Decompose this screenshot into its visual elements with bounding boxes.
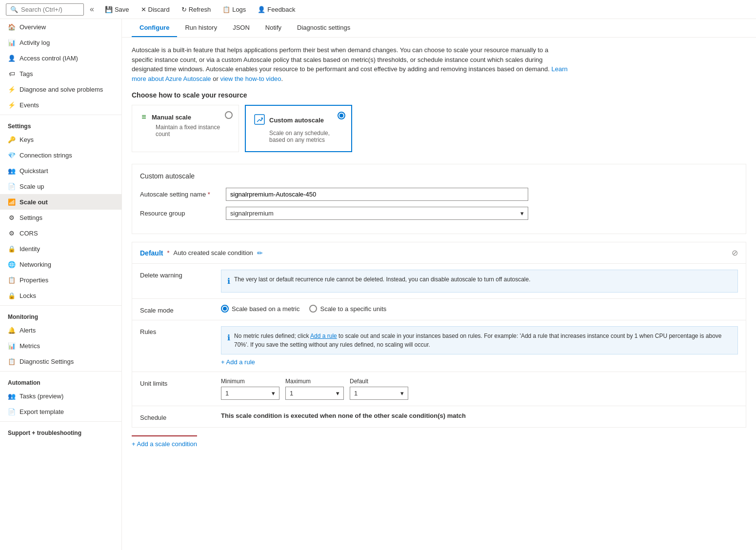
monitoring-section-label: Monitoring: [0, 308, 121, 322]
minimum-group: Minimum 1 ▾: [221, 378, 279, 400]
scale-units-option[interactable]: Scale to a specific units: [309, 305, 386, 313]
cors-icon: ⚙: [8, 229, 16, 237]
custom-scale-title: Custom autoscale: [269, 117, 324, 124]
export-template-icon: 📄: [8, 408, 16, 415]
sidebar-item-settings[interactable]: ⚙ Settings: [0, 210, 121, 225]
custom-scale-icon: [254, 114, 265, 127]
disable-condition-icon[interactable]: ⊘: [732, 248, 738, 257]
sidebar-item-networking[interactable]: 🌐 Networking: [0, 256, 121, 272]
default-group: Default 1 ▾: [350, 378, 408, 400]
maximum-value: 1: [290, 390, 293, 397]
custom-scale-radio[interactable]: [338, 112, 345, 121]
edit-condition-icon[interactable]: ✏: [257, 249, 263, 257]
sidebar-item-metrics[interactable]: 📊 Metrics: [0, 338, 121, 354]
sidebar-item-activity-log[interactable]: 📊 Activity log: [0, 35, 121, 50]
manual-scale-title: Manual scale: [152, 114, 191, 121]
sidebar-item-access-control[interactable]: 👤 Access control (IAM): [0, 50, 121, 66]
collapse-button[interactable]: «: [86, 3, 98, 16]
sidebar-item-scale-out[interactable]: 📶 Scale out: [0, 194, 121, 210]
scale-options: Manual scale Maintain a fixed instance c…: [132, 105, 746, 152]
sidebar-item-tasks[interactable]: 👥 Tasks (preview): [0, 388, 121, 404]
scale-condition-title: Default * Auto created scale condition ✏: [140, 249, 263, 257]
scale-mode-label: Scale mode: [140, 305, 213, 314]
custom-autoscale-card[interactable]: Custom autoscale Scale on any schedule, …: [245, 105, 352, 152]
automation-section-label: Automation: [0, 373, 121, 388]
sidebar-item-properties[interactable]: 📋 Properties: [0, 272, 121, 288]
tab-json[interactable]: JSON: [225, 19, 258, 37]
custom-scale-desc: Scale on any schedule, based on any metr…: [254, 130, 343, 143]
sidebar-item-diagnose[interactable]: ⚡ Diagnose and solve problems: [0, 81, 121, 97]
settings-section-label: Settings: [0, 117, 121, 132]
required-star: *: [167, 249, 169, 256]
how-to-video-link[interactable]: view the how-to video: [220, 75, 281, 82]
manual-scale-radio[interactable]: [225, 111, 233, 120]
sidebar-item-scale-up[interactable]: 📄 Scale up: [0, 178, 121, 194]
add-rule-link[interactable]: + Add a rule: [221, 358, 255, 366]
maximum-label: Maximum: [285, 378, 344, 385]
manual-radio-circle[interactable]: [225, 111, 233, 119]
sidebar-item-diagnostic-settings[interactable]: 📋 Diagnostic Settings: [0, 354, 121, 369]
delete-warning-text: The very last or default recurrence rule…: [234, 275, 530, 287]
svg-line-1: [257, 119, 259, 122]
custom-radio-circle[interactable]: [338, 112, 345, 119]
add-rule-link-inline[interactable]: Add a rule: [310, 333, 337, 339]
add-rule-label: + Add a rule: [221, 358, 255, 366]
minimum-chevron-icon: ▾: [272, 390, 275, 397]
sidebar-item-connection-strings[interactable]: 💎 Connection strings: [0, 147, 121, 163]
custom-scale-header: Custom autoscale: [254, 114, 343, 127]
tab-run-history[interactable]: Run history: [177, 19, 225, 37]
feedback-button[interactable]: 👤 Feedback: [253, 4, 300, 15]
maximum-group: Maximum 1 ▾: [285, 378, 344, 400]
delete-warning-label: Delete warning: [140, 270, 213, 279]
resource-group-select[interactable]: signalrpremium ▾: [226, 207, 528, 220]
sidebar-item-quickstart[interactable]: 👥 Quickstart: [0, 163, 121, 178]
save-icon: 💾: [105, 6, 113, 13]
resource-group-row: Resource group signalrpremium ▾: [140, 207, 738, 220]
tab-notify[interactable]: Notify: [258, 19, 289, 37]
default-chevron-icon: ▾: [400, 390, 404, 397]
diagnostic-settings-icon: 📋: [8, 357, 16, 365]
search-input[interactable]: [21, 6, 80, 13]
save-button[interactable]: 💾 Save: [100, 4, 134, 15]
sidebar-item-locks[interactable]: 🔒 Locks: [0, 288, 121, 303]
tab-configure[interactable]: Configure: [132, 19, 177, 37]
events-icon: ⚡: [8, 101, 16, 109]
maximum-select[interactable]: 1 ▾: [285, 387, 344, 400]
autoscale-form-section: Custom autoscale Autoscale setting name …: [132, 164, 746, 234]
autoscale-name-label: Autoscale setting name: [140, 191, 218, 198]
diagnose-icon: ⚡: [8, 85, 16, 93]
maximum-chevron-icon: ▾: [336, 390, 339, 397]
discard-button[interactable]: ✕ Discard: [136, 4, 175, 15]
sidebar-item-cors[interactable]: ⚙ CORS: [0, 225, 121, 241]
sidebar-item-keys[interactable]: 🔑 Keys: [0, 132, 121, 147]
manual-scale-card[interactable]: Manual scale Maintain a fixed instance c…: [132, 105, 239, 152]
sidebar-item-tags[interactable]: 🏷 Tags: [0, 66, 121, 81]
learn-more-link[interactable]: Learn more about Azure Autoscale: [132, 65, 568, 82]
autoscale-name-input[interactable]: [226, 188, 528, 201]
add-scale-condition-button[interactable]: + Add a scale condition: [132, 435, 197, 452]
rules-info-text: No metric rules defined; click Add a rul…: [234, 332, 732, 349]
networking-icon: 🌐: [8, 260, 16, 268]
description-text: Autoscale is a built-in feature that hel…: [132, 45, 571, 83]
sidebar-item-identity[interactable]: 🔒 Identity: [0, 241, 121, 256]
minimum-label: Minimum: [221, 378, 279, 385]
sidebar-item-overview[interactable]: 🏠 Overview: [0, 19, 121, 35]
scale-metric-radio[interactable]: [221, 305, 229, 313]
refresh-button[interactable]: ↻ Refresh: [177, 4, 216, 15]
tab-diagnostic-settings[interactable]: Diagnostic settings: [289, 19, 358, 37]
search-icon: 🔍: [10, 6, 18, 13]
default-select[interactable]: 1 ▾: [350, 387, 408, 400]
scale-mode-content: Scale based on a metric Scale to a speci…: [221, 305, 738, 313]
sidebar-item-alerts[interactable]: 🔔 Alerts: [0, 322, 121, 338]
metrics-icon: 📊: [8, 342, 16, 350]
unit-limits-group: Minimum 1 ▾ Maximum 1 ▾: [221, 378, 738, 400]
search-box[interactable]: 🔍: [6, 3, 84, 16]
scale-units-radio[interactable]: [309, 305, 317, 313]
scale-metric-option[interactable]: Scale based on a metric: [221, 305, 299, 313]
sidebar-item-export-template[interactable]: 📄 Export template: [0, 404, 121, 419]
schedule-text: This scale condition is executed when no…: [221, 412, 466, 419]
sidebar-item-events[interactable]: ⚡ Events: [0, 97, 121, 113]
rules-info-box: ℹ No metric rules defined; click Add a r…: [221, 326, 738, 354]
logs-button[interactable]: 📋 Logs: [218, 4, 251, 15]
minimum-select[interactable]: 1 ▾: [221, 387, 279, 400]
